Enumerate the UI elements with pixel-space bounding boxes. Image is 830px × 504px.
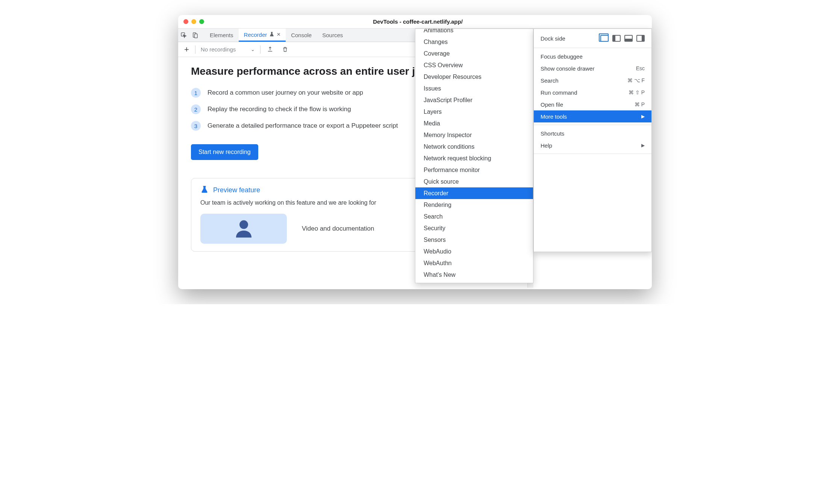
- menu-shortcuts[interactable]: Shortcuts: [534, 127, 651, 139]
- panel-tabs: Elements Recorder × Console Sources: [204, 29, 348, 42]
- more-tools-item[interactable]: Recorder: [415, 187, 533, 199]
- tab-sources[interactable]: Sources: [317, 29, 348, 42]
- menu-section-actions: Focus debuggee Show console drawerEsc Se…: [534, 48, 651, 125]
- video-label: Video and documentation: [302, 225, 374, 232]
- svg-point-8: [239, 220, 248, 229]
- more-tools-item[interactable]: Layers: [415, 106, 533, 118]
- submenu-arrow-icon: ▶: [641, 143, 645, 148]
- more-tools-item[interactable]: JavaScript Profiler: [415, 94, 533, 106]
- device-toolbar-icon[interactable]: [189, 30, 201, 41]
- menu-help[interactable]: Help▶: [534, 139, 651, 151]
- add-recording-icon[interactable]: +: [182, 45, 191, 54]
- video-thumbnail[interactable]: [200, 214, 287, 244]
- more-tools-item[interactable]: Security: [415, 222, 533, 234]
- more-tools-item[interactable]: CSS Overview: [415, 59, 533, 71]
- close-tab-icon[interactable]: ×: [277, 31, 280, 38]
- tab-recorder[interactable]: Recorder ×: [239, 29, 286, 42]
- more-tools-item[interactable]: Animations: [415, 29, 533, 36]
- inspect-element-icon[interactable]: [178, 30, 189, 41]
- more-tools-item[interactable]: Developer Resources: [415, 71, 533, 83]
- dock-undock-icon[interactable]: [600, 35, 609, 42]
- more-tools-item[interactable]: WebAudio: [415, 246, 533, 257]
- person-silhouette-icon: [233, 219, 254, 239]
- menu-more-tools[interactable]: More tools▶: [534, 110, 651, 122]
- menu-run-command[interactable]: Run command⌘ ⇧ P: [534, 86, 651, 98]
- preview-title: Preview feature: [213, 186, 260, 194]
- step-number: 1: [191, 88, 201, 98]
- menu-search[interactable]: Search⌘ ⌥ F: [534, 74, 651, 86]
- delete-icon[interactable]: [279, 44, 291, 55]
- menu-show-console-drawer[interactable]: Show console drawerEsc: [534, 62, 651, 74]
- more-tools-item[interactable]: Search: [415, 211, 533, 222]
- titlebar: DevTools - coffee-cart.netlify.app/: [178, 15, 652, 29]
- export-icon[interactable]: [264, 44, 276, 55]
- dock-right-icon[interactable]: [636, 35, 645, 42]
- close-window-button[interactable]: [183, 19, 188, 24]
- more-tools-item[interactable]: Network request blocking: [415, 152, 533, 164]
- more-tools-item[interactable]: Rendering: [415, 199, 533, 211]
- divider: [195, 45, 195, 54]
- more-tools-item[interactable]: Sensors: [415, 234, 533, 246]
- svg-rect-2: [195, 34, 198, 38]
- dock-left-icon[interactable]: [612, 35, 621, 42]
- more-tools-item[interactable]: Network conditions: [415, 141, 533, 152]
- more-tools-item[interactable]: WebAuthn: [415, 257, 533, 269]
- more-tools-item[interactable]: Coverage: [415, 48, 533, 59]
- minimize-window-button[interactable]: [191, 19, 196, 24]
- menu-blank-area: [534, 154, 651, 252]
- more-tools-submenu: AnimationsChangesCoverageCSS OverviewDev…: [415, 29, 533, 283]
- dock-bottom-icon[interactable]: [624, 35, 633, 42]
- more-tools-item[interactable]: Quick source: [415, 176, 533, 187]
- more-tools-item[interactable]: Changes: [415, 36, 533, 48]
- more-tools-item[interactable]: Performance monitor: [415, 164, 533, 176]
- start-recording-button[interactable]: Start new recording: [191, 144, 258, 160]
- menu-focus-debuggee[interactable]: Focus debuggee: [534, 50, 651, 62]
- divider: [260, 45, 261, 54]
- more-tools-item[interactable]: Memory Inspector: [415, 129, 533, 141]
- flask-icon: [269, 32, 274, 37]
- menu-section-help: Shortcuts Help▶: [534, 125, 651, 154]
- chevron-down-icon: ⌄: [251, 47, 255, 52]
- step-number: 3: [191, 121, 201, 131]
- menu-open-file[interactable]: Open file⌘ P: [534, 98, 651, 110]
- more-tools-item[interactable]: What's New: [415, 269, 533, 281]
- window-controls: [183, 19, 204, 24]
- dock-side-row: Dock side: [534, 31, 651, 45]
- more-tools-item[interactable]: Issues: [415, 83, 533, 94]
- recordings-select[interactable]: No recordings ⌄: [199, 46, 256, 53]
- window-title: DevTools - coffee-cart.netlify.app/: [204, 18, 632, 25]
- step-number: 2: [191, 104, 201, 114]
- devtools-window: DevTools - coffee-cart.netlify.app/ Elem…: [178, 15, 652, 289]
- maximize-window-button[interactable]: [199, 19, 204, 24]
- tab-elements[interactable]: Elements: [204, 29, 239, 42]
- tab-console[interactable]: Console: [286, 29, 317, 42]
- flask-icon: [200, 186, 209, 194]
- more-tools-item[interactable]: Media: [415, 118, 533, 129]
- submenu-arrow-icon: ▶: [641, 114, 645, 119]
- main-menu: Dock side Focus debuggee Show console dr…: [533, 29, 652, 252]
